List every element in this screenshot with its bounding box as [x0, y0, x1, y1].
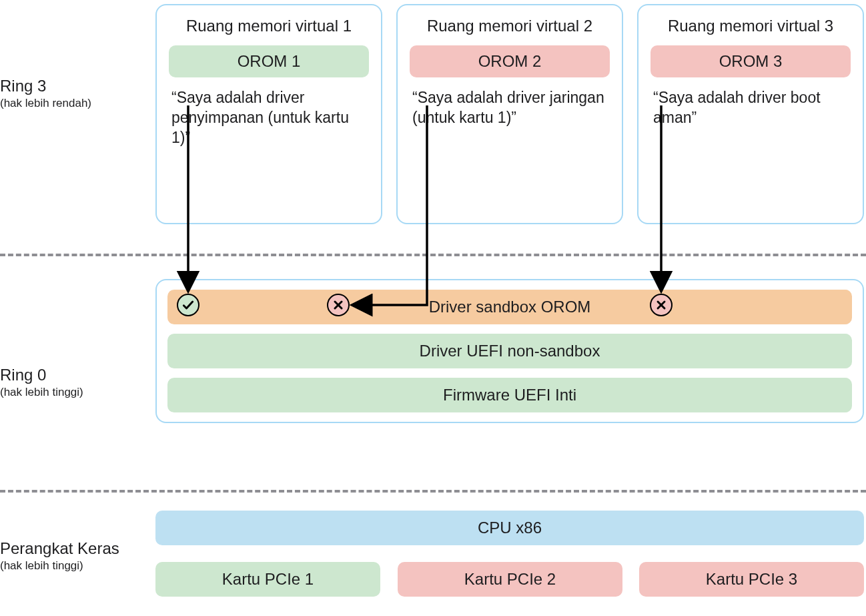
- pcie-card-label: Kartu PCIe 3: [706, 570, 797, 588]
- check-icon: [177, 294, 199, 316]
- pcie-card-label: Kartu PCIe 2: [464, 570, 556, 588]
- firmware-label: Firmware UEFI Inti: [443, 386, 576, 404]
- cross-icon: [327, 294, 350, 316]
- sandbox-driver-label: Driver sandbox OROM: [429, 298, 591, 316]
- vm-title: Ruang memori virtual 2: [410, 16, 610, 36]
- divider-ring3-ring0: [0, 254, 866, 256]
- ring0-title: Ring 0: [0, 366, 147, 384]
- cross-icon: [650, 294, 673, 316]
- orom-pill-3: OROM 3: [651, 45, 851, 77]
- ring3-title: Ring 3: [0, 77, 147, 95]
- pcie-card-2: Kartu PCIe 2: [398, 562, 622, 597]
- nonsandbox-driver-label: Driver UEFI non-sandbox: [420, 342, 600, 360]
- hardware-label: Perangkat Keras (hak lebih tinggi): [0, 539, 147, 573]
- pcie-card-label: Kartu PCIe 1: [222, 570, 314, 588]
- pcie-card-3: Kartu PCIe 3: [639, 562, 864, 597]
- cpu-bar: CPU x86: [155, 511, 864, 545]
- vm-quote: “Saya adalah driver jaringan (untuk kart…: [410, 88, 610, 128]
- vm-quote: “Saya adalah driver boot aman”: [651, 88, 851, 128]
- vm-box-3: Ruang memori virtual 3 OROM 3 “Saya adal…: [637, 4, 864, 224]
- nonsandbox-driver-bar: Driver UEFI non-sandbox: [167, 334, 852, 368]
- ring0-sub: (hak lebih tinggi): [0, 386, 147, 399]
- sandbox-driver-bar: Driver sandbox OROM: [167, 290, 852, 324]
- hardware-title: Perangkat Keras: [0, 539, 147, 558]
- vm-title: Ruang memori virtual 3: [651, 16, 851, 36]
- ring0-label: Ring 0 (hak lebih tinggi): [0, 366, 147, 399]
- ring3-label: Ring 3 (hak lebih rendah): [0, 77, 147, 110]
- vm-box-2: Ruang memori virtual 2 OROM 2 “Saya adal…: [396, 4, 623, 224]
- pcie-card-1: Kartu PCIe 1: [155, 562, 380, 597]
- cpu-label: CPU x86: [478, 519, 542, 537]
- divider-ring0-hw: [0, 490, 866, 493]
- vm-quote: “Saya adalah driver penyimpanan (untuk k…: [169, 88, 369, 148]
- orom-pill-1: OROM 1: [169, 45, 369, 77]
- hardware-sub: (hak lebih tinggi): [0, 559, 147, 573]
- vm-box-1: Ruang memori virtual 1 OROM 1 “Saya adal…: [155, 4, 382, 224]
- ring3-sub: (hak lebih rendah): [0, 97, 147, 110]
- firmware-bar: Firmware UEFI Inti: [167, 378, 852, 412]
- ring0-box: Driver sandbox OROM Driver UEFI non-sand…: [155, 279, 864, 423]
- orom-pill-2: OROM 2: [410, 45, 610, 77]
- vm-title: Ruang memori virtual 1: [169, 16, 369, 36]
